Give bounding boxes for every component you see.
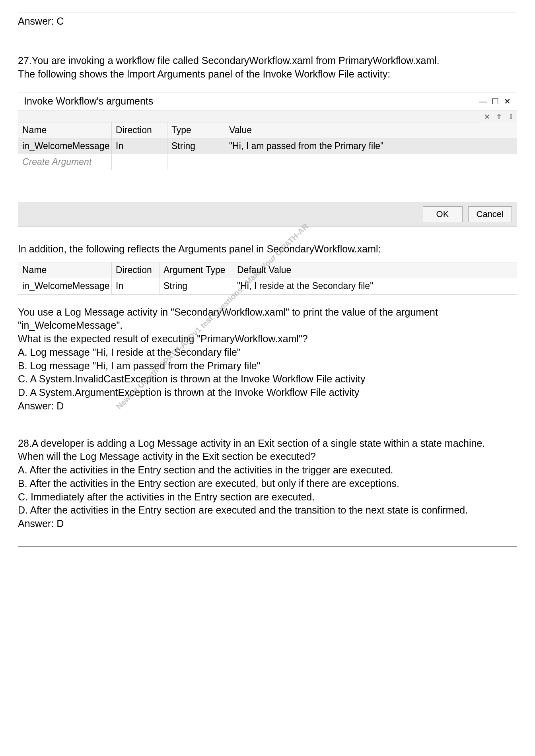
move-down-icon[interactable]: ⇩ <box>505 111 517 123</box>
ap-col-default: Default Value <box>233 262 517 278</box>
q28-option-b: B. After the activities in the Entry sec… <box>18 477 517 490</box>
dialog-titlebar: Invoke Workflow's arguments — ☐ ✕ <box>18 93 517 110</box>
col-name: Name <box>18 122 112 138</box>
page-bottom-rule <box>18 547 517 547</box>
q27-option-c: C. A System.InvalidCastException is thro… <box>18 372 517 386</box>
cancel-button[interactable]: Cancel <box>468 206 512 222</box>
ap-col-type: Argument Type <box>160 262 233 278</box>
q27-intro-2: The following shows the Import Arguments… <box>18 68 517 81</box>
q27-after-1: You use a Log Message activity in "Secon… <box>18 306 517 333</box>
ap-col-name: Name <box>18 262 112 278</box>
q28-answer: Answer: D <box>18 517 517 531</box>
q28-option-d: D. After the activities in the Entry sec… <box>18 504 517 517</box>
col-direction: Direction <box>112 122 167 138</box>
q28-intro-1: 28.A developer is adding a Log Message a… <box>18 437 517 450</box>
row1-type: String <box>167 138 225 154</box>
q28-option-a: A. After the activities in the Entry sec… <box>18 463 517 477</box>
delete-row-icon[interactable]: ✕ <box>481 111 493 123</box>
dialog-grid-header: Name Direction Type Value <box>18 122 517 138</box>
dialog-grid-row-1[interactable]: in_WelcomeMessage In String "Hi, I am pa… <box>18 138 517 154</box>
q27-after-2: What is the expected result of executing… <box>18 332 517 346</box>
row1-value: "Hi, I am passed from the Primary file" <box>225 138 517 154</box>
arguments-panel: Name Direction Argument Type Default Val… <box>18 262 517 295</box>
ap-row-val: "Hi, I reside at the Secondary file" <box>233 278 517 294</box>
col-type: Type <box>167 122 225 138</box>
dialog-toolbar: ✕ ⇧ ⇩ <box>18 110 517 122</box>
col-value: Value <box>225 122 517 138</box>
create-argument: Create Argument <box>18 154 112 170</box>
ap-row-dir: In <box>112 278 160 294</box>
dialog-button-row: OK Cancel <box>18 202 517 226</box>
q27-option-a: A. Log message "Hi, I reside at the Seco… <box>18 346 517 359</box>
q27-mid: In addition, the following reflects the … <box>18 242 517 256</box>
page-top-rule <box>18 12 517 12</box>
invoke-arguments-dialog: Invoke Workflow's arguments — ☐ ✕ ✕ ⇧ ⇩ … <box>18 93 517 227</box>
q28-intro-2: When will the Log Message activity in th… <box>18 450 517 463</box>
arguments-header: Name Direction Argument Type Default Val… <box>18 262 517 278</box>
row1-dir: In <box>112 138 167 154</box>
maximize-icon[interactable]: ☐ <box>490 97 501 107</box>
ap-row-name: in_WelcomeMessage <box>18 278 112 294</box>
ap-col-direction: Direction <box>112 262 160 278</box>
q27-option-b: B. Log message "Hi, I am passed from the… <box>18 359 517 373</box>
minimize-icon[interactable]: — <box>478 97 489 107</box>
q27-option-d: D. A System.ArgumentException is thrown … <box>18 386 517 399</box>
prev-answer: Answer: C <box>18 15 517 28</box>
q28-option-c: C. Immediately after the activities in t… <box>18 490 517 504</box>
ap-row-type: String <box>160 278 233 294</box>
dialog-grid-blank <box>18 170 517 202</box>
arguments-row-1[interactable]: in_WelcomeMessage In String "Hi, I resid… <box>18 278 517 294</box>
ok-button[interactable]: OK <box>423 206 463 222</box>
q27-intro-1: 27.You are invoking a workflow file call… <box>18 54 517 68</box>
close-icon[interactable]: ✕ <box>502 97 513 107</box>
dialog-title-text: Invoke Workflow's arguments <box>24 95 477 108</box>
q27-answer: Answer: D <box>18 399 517 413</box>
move-up-icon[interactable]: ⇧ <box>493 111 505 123</box>
row1-name: in_WelcomeMessage <box>18 138 112 154</box>
dialog-grid-create-row[interactable]: Create Argument <box>18 154 517 170</box>
